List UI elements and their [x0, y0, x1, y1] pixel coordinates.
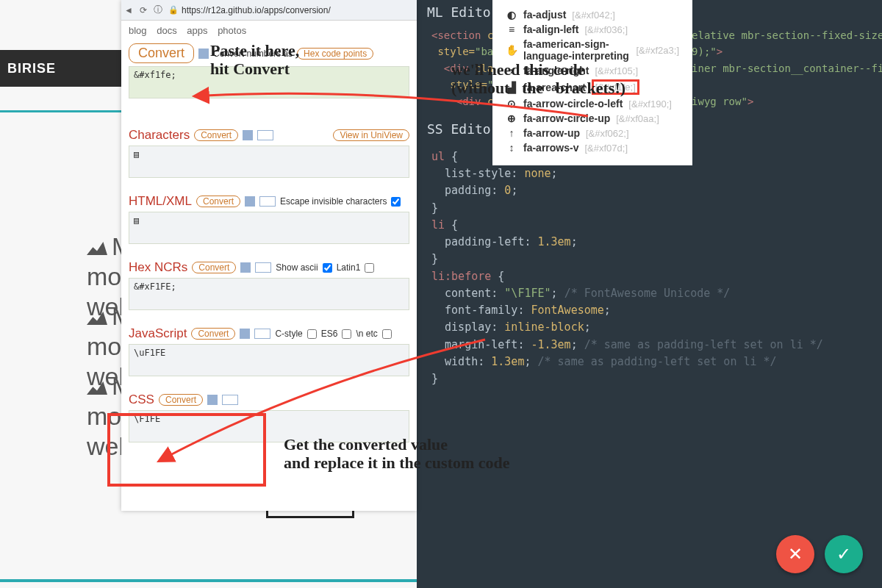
css-convert-button[interactable]: Convert: [159, 394, 203, 406]
fa-row[interactable]: ◐fa-adjust[&#xf042;]: [506, 7, 679, 22]
area-chart-icon: [87, 381, 107, 395]
copy-icon[interactable]: [240, 329, 250, 339]
converter-page: blog docs apps photos Convert Convert nu…: [121, 21, 417, 462]
area-chart-icon: [87, 312, 107, 325]
htmlxml-section: HTML/XML Convert Escape invisible charac…: [129, 194, 409, 244]
escape-invisible-checkbox[interactable]: [391, 197, 401, 207]
showascii-label: Show ascii: [276, 262, 318, 273]
cancel-fab[interactable]: ✕: [776, 535, 814, 573]
url-text[interactable]: https://r12a.github.io/apps/conversion/: [182, 5, 417, 15]
hexncr-section: Hex NCRs Convert Show ascii Latin1 &#xF1…: [129, 260, 409, 310]
characters-section: Characters Convert View in UniView ▤: [129, 128, 409, 178]
fa-name: fa-arrow-circle-o-left: [523, 98, 623, 110]
css-code-block[interactable]: ul { list-style: none; padding: 0; } li …: [417, 141, 882, 395]
javascript-section: JavaScript Convert C-style ES6 \n etc \u…: [129, 326, 409, 376]
fa-arrow-up-icon: ↑: [506, 127, 517, 139]
fa-name: fa-arrow-circle-up: [523, 112, 610, 124]
fa-name: fa-american-sign-language-interpreting: [523, 38, 630, 62]
fa-name: fa-arrows-v: [523, 142, 578, 154]
fa-code: [&#xf0aa;]: [616, 113, 659, 124]
netc-label: \n etc: [356, 329, 377, 339]
back-button[interactable]: ◄: [121, 5, 136, 15]
fa-arrows-v-icon: ↕: [506, 142, 517, 154]
latin1-label: Latin1: [337, 262, 361, 273]
annotation-paste: Paste it here, hit Convert: [210, 41, 299, 79]
fa-code: [&#xf036;]: [584, 24, 628, 35]
mobirise-brand: BIRISE: [0, 50, 121, 87]
fa-row[interactable]: ↑fa-arrow-up[&#xf062;]: [506, 126, 679, 140]
htmlxml-convert-button[interactable]: Convert: [196, 196, 240, 207]
annotation-box-css: [107, 413, 266, 487]
page-icon[interactable]: [222, 395, 238, 405]
annotation-get-value: Get the converted value and replace it i…: [284, 435, 510, 473]
fa-code: [&#xf2a3;]: [636, 45, 679, 56]
fa-name: fa-adjust: [523, 9, 566, 21]
page-icon[interactable]: [254, 329, 270, 339]
hexncr-convert-button[interactable]: Convert: [192, 262, 236, 273]
fa-row[interactable]: ✋fa-american-sign-language-interpreting[…: [506, 37, 679, 63]
es6-checkbox[interactable]: [342, 329, 351, 339]
page-icon[interactable]: [257, 130, 273, 140]
copy-icon[interactable]: [240, 262, 251, 273]
confirm-fab[interactable]: ✓: [825, 535, 863, 573]
fa-code: [&#xf190;]: [628, 98, 672, 110]
hex-code-points-mode[interactable]: Hex code points: [297, 48, 373, 60]
latin1-checkbox[interactable]: [365, 263, 374, 273]
fa-code: [&#xf062;]: [586, 128, 629, 139]
showascii-checkbox[interactable]: [323, 263, 332, 273]
htmlxml-output[interactable]: ▤: [129, 212, 409, 244]
fa-row[interactable]: ⊙fa-arrow-circle-o-left[&#xf190;]: [506, 96, 679, 111]
cstyle-checkbox[interactable]: [307, 329, 317, 339]
page-icon[interactable]: [259, 196, 276, 207]
fa-adjust-icon: ◐: [506, 9, 517, 21]
javascript-title: JavaScript: [129, 326, 187, 341]
css-title: CSS: [129, 392, 154, 407]
characters-convert-button[interactable]: Convert: [194, 129, 238, 141]
nav-blog[interactable]: blog: [129, 25, 147, 36]
characters-title: Characters: [129, 128, 190, 143]
lock-icon: 🔒: [165, 5, 182, 15]
view-uniview-button[interactable]: View in UniView: [333, 129, 409, 141]
nav-docs[interactable]: docs: [157, 25, 176, 36]
fa-name: fa-arrow-up: [523, 127, 580, 139]
javascript-output[interactable]: \uF1FE: [129, 344, 409, 376]
hexncr-output[interactable]: &#xF1FE;: [129, 278, 409, 310]
escape-label: Escape invisible characters: [280, 196, 387, 207]
fa-arrow-circle-up-icon: ⊕: [506, 112, 517, 124]
netc-checkbox[interactable]: [382, 329, 392, 339]
convert-button[interactable]: Convert: [129, 43, 194, 63]
cstyle-label: C-style: [275, 329, 302, 339]
fa-name: fa-align-left: [523, 24, 578, 35]
fa-asl-icon: ✋: [506, 44, 517, 56]
fa-row[interactable]: ≡fa-align-left[&#xf036;]: [506, 22, 679, 37]
site-nav: blog docs apps photos: [129, 24, 409, 43]
annotation-need-code: we'll need this code (without the bracke…: [451, 60, 625, 98]
fa-arrow-circle-o-left-icon: ⊙: [506, 98, 517, 110]
es6-label: ES6: [321, 329, 338, 339]
htmlxml-title: HTML/XML: [129, 194, 192, 209]
info-icon[interactable]: ⓘ: [151, 4, 165, 16]
page-icon[interactable]: [255, 262, 271, 273]
nav-apps[interactable]: apps: [187, 25, 207, 36]
fa-align-left-icon: ≡: [506, 24, 517, 35]
fa-code: [&#xf07d;]: [584, 143, 628, 154]
characters-output[interactable]: ▤: [129, 146, 409, 178]
copy-icon[interactable]: [198, 49, 209, 59]
area-chart-icon: [87, 242, 107, 255]
javascript-convert-button[interactable]: Convert: [191, 328, 235, 340]
address-bar: ◄ ⟳ ⓘ 🔒 https://r12a.github.io/apps/conv…: [121, 0, 417, 21]
copy-icon[interactable]: [245, 196, 255, 207]
nav-photos[interactable]: photos: [218, 25, 246, 36]
refresh-button[interactable]: ⟳: [136, 5, 151, 15]
copy-icon[interactable]: [207, 395, 218, 405]
fa-code: [&#xf042;]: [572, 10, 615, 21]
hexncr-title: Hex NCRs: [129, 260, 187, 275]
copy-icon[interactable]: [243, 130, 253, 140]
fa-row[interactable]: ↕fa-arrows-v[&#xf07d;]: [506, 140, 679, 155]
fa-row[interactable]: ⊕fa-arrow-circle-up[&#xf0aa;]: [506, 111, 679, 126]
